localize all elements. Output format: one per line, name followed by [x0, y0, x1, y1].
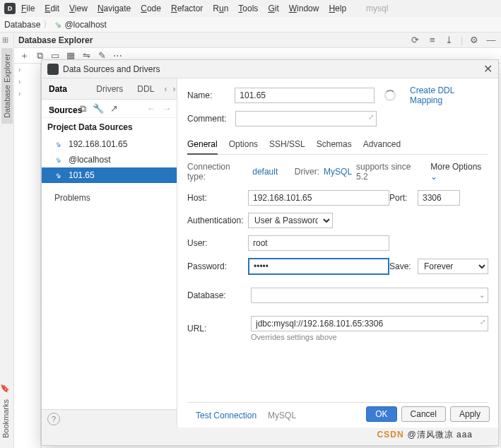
cancel-button[interactable]: Cancel: [401, 406, 446, 422]
password-label: Password:: [187, 261, 248, 271]
tree-expand-icon[interactable]: ›: [14, 64, 40, 76]
test-connection-link[interactable]: Test Connection: [196, 411, 257, 420]
port-label: Port:: [389, 193, 418, 203]
tab-drivers[interactable]: Drivers: [89, 78, 130, 100]
tree-expand-icon[interactable]: ›: [14, 88, 40, 100]
subtabs: General Options SSH/SSL Schemas Advanced: [187, 136, 488, 155]
user-input[interactable]: [248, 235, 389, 251]
breadcrumb-node[interactable]: @localhost: [64, 20, 107, 30]
url-input[interactable]: [251, 316, 488, 331]
left-toolbar: ＋ − ⧉ 🔧 ↗ ← →: [42, 100, 177, 118]
export-icon[interactable]: ↗: [108, 103, 119, 114]
url-label: URL:: [187, 324, 244, 334]
collapse-icon[interactable]: ⤓: [444, 35, 455, 46]
ds-item[interactable]: ⇘ 192.168.101.65: [42, 136, 177, 152]
dialog-tabs: Data Sources Drivers DDL ‹ ›: [42, 78, 177, 100]
expand-icon[interactable]: ⤢: [480, 318, 485, 326]
button-bar: OK Cancel Apply: [366, 406, 490, 422]
ds-item[interactable]: ⇘ @localhost: [42, 152, 177, 167]
hide-icon[interactable]: —: [485, 35, 497, 46]
data-sources-dialog: Data Sources and Drivers ✕ Data Sources …: [41, 59, 499, 446]
apply-button[interactable]: Apply: [450, 406, 490, 422]
breadcrumb: Database 〉 ⇘ @localhost: [0, 17, 501, 33]
conn-type-label: Connection type:: [187, 162, 248, 182]
wrench-icon[interactable]: 🔧: [93, 103, 104, 114]
database-explorer-icon[interactable]: ⊞: [2, 35, 12, 45]
menu-file[interactable]: File: [17, 2, 39, 15]
expand-icon[interactable]: ⤢: [368, 113, 374, 121]
loading-spinner-icon: [384, 90, 396, 101]
menu-code[interactable]: Code: [136, 2, 165, 15]
copy-icon[interactable]: ⧉: [77, 103, 88, 114]
ds-label: 192.168.101.65: [69, 139, 127, 149]
gear-icon[interactable]: ⚙: [468, 35, 480, 46]
tab-data-sources[interactable]: Data Sources: [42, 78, 89, 100]
breadcrumb-root[interactable]: Database: [4, 20, 40, 30]
section-project-ds: Project Data Sources: [42, 118, 177, 136]
password-input[interactable]: [248, 258, 389, 275]
create-ddl-link[interactable]: Create DDL Mapping: [410, 86, 488, 105]
user-label: User:: [187, 238, 248, 248]
dialog-left-panel: Data Sources Drivers DDL ‹ › ＋ − ⧉ 🔧 ↗ ←…: [42, 78, 177, 428]
menu-git[interactable]: Git: [264, 2, 283, 15]
menu-view[interactable]: View: [65, 2, 92, 15]
problems-item[interactable]: Problems: [42, 189, 177, 207]
mysql-icon: ⇘: [54, 140, 64, 149]
app-logo-icon: [47, 64, 59, 75]
remove-icon[interactable]: −: [61, 103, 73, 114]
tree-expand-icon[interactable]: ›: [14, 76, 40, 88]
menu-window[interactable]: Window: [285, 2, 324, 15]
db-tree: › › ›: [14, 64, 41, 448]
driver-support: supports since 5.2: [356, 162, 422, 182]
mysql-icon: ⇘: [54, 171, 64, 180]
comment-input[interactable]: [235, 111, 377, 126]
menu-help[interactable]: Help: [324, 2, 350, 15]
add-icon[interactable]: ＋: [46, 103, 57, 114]
chevron-down-icon[interactable]: ⌄: [479, 291, 485, 299]
menu-refactor[interactable]: Refactor: [167, 2, 207, 15]
port-input[interactable]: [418, 190, 460, 206]
help-icon[interactable]: ?: [47, 413, 60, 425]
forward-icon[interactable]: →: [161, 103, 172, 114]
subtab-advanced[interactable]: Advanced: [363, 136, 401, 154]
chevron-right-icon: 〉: [43, 18, 52, 30]
datasource-icon: ⇘: [54, 20, 61, 30]
name-input[interactable]: [235, 88, 375, 103]
menu-tools[interactable]: Tools: [234, 2, 262, 15]
app-logo-icon: D: [4, 3, 16, 14]
more-options-link[interactable]: More Options ⌄: [430, 162, 488, 182]
tab-database-explorer[interactable]: Database Explorer: [1, 48, 13, 124]
toolwindow-title: Database Explorer: [18, 35, 93, 45]
add-icon[interactable]: ＋: [18, 50, 30, 61]
ds-item-selected[interactable]: ⇘ 101.65: [42, 167, 177, 183]
auth-select[interactable]: User & Password: [248, 213, 333, 228]
save-select[interactable]: Forever: [418, 259, 488, 274]
menu-edit[interactable]: Edit: [40, 2, 64, 15]
menu-run[interactable]: Run: [208, 2, 232, 15]
host-input[interactable]: [248, 190, 389, 206]
conn-type-value[interactable]: default: [252, 167, 278, 177]
subtab-options[interactable]: Options: [229, 136, 258, 154]
connection-type-line: Connection type: default Driver: MySQL s…: [187, 162, 488, 182]
tab-ddl[interactable]: DDL: [130, 78, 161, 100]
name-label: Name:: [187, 90, 228, 100]
back-icon[interactable]: ←: [146, 103, 157, 114]
driver-value[interactable]: MySQL: [324, 167, 352, 177]
subtab-schemas[interactable]: Schemas: [317, 136, 352, 154]
chevron-left-icon[interactable]: ‹: [161, 78, 170, 100]
url-hint: Overrides settings above: [251, 333, 488, 341]
driver-footer: MySQL: [268, 411, 296, 420]
close-icon[interactable]: ✕: [483, 62, 493, 76]
bookmarks-icon[interactable]: 🔖: [0, 384, 10, 394]
ok-button[interactable]: OK: [366, 406, 396, 422]
menu-navigate[interactable]: Navigate: [93, 2, 135, 15]
database-input[interactable]: ⌄: [251, 288, 488, 303]
refresh-icon[interactable]: ⟳: [410, 35, 421, 46]
help-bar: ?: [42, 409, 177, 428]
tab-bookmarks[interactable]: Bookmarks: [0, 394, 11, 444]
subtab-ssh[interactable]: SSH/SSL: [269, 136, 305, 154]
filter-icon[interactable]: ≡: [427, 35, 438, 46]
host-label: Host:: [187, 193, 248, 203]
subtab-general[interactable]: General: [187, 136, 218, 155]
left-gutter: ⊞ Database Explorer 🔖 Bookmarks: [0, 33, 14, 448]
